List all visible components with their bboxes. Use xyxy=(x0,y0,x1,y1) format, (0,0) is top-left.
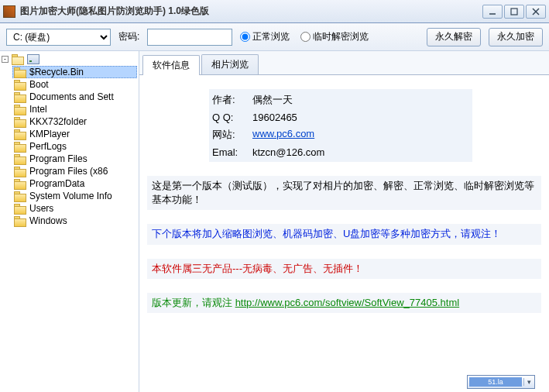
tree-item[interactable]: Users xyxy=(12,202,137,215)
tree-item[interactable]: KKX732folder xyxy=(12,115,137,128)
svg-rect-1 xyxy=(511,9,517,15)
tree-item-label: Program Files (x86 xyxy=(29,166,108,177)
paragraph-update-link: 版本更新，请观注 http://www.pc6.com/softview/Sof… xyxy=(147,293,541,313)
radio-temp-label: 临时解密浏览 xyxy=(313,30,369,43)
folder-tree[interactable]: - $Recycle.BinBootDocuments and SettInte… xyxy=(0,51,139,392)
folder-icon xyxy=(14,92,26,102)
tree-item-label: KKX732folder xyxy=(29,116,87,127)
encrypt-button[interactable]: 永久加密 xyxy=(489,28,543,46)
drive-icon xyxy=(27,54,39,64)
close-button[interactable] xyxy=(526,5,546,19)
tab-software-info[interactable]: 软件信息 xyxy=(142,55,200,75)
tree-item-label: ProgramData xyxy=(29,178,84,189)
toolbar: C: (硬盘) 密码: 正常浏览 临时解密浏览 永久解密 永久加密 xyxy=(0,23,549,51)
website-row: 网站: www.pc6.com xyxy=(212,126,469,144)
email-label: Emal: xyxy=(212,146,252,158)
decrypt-button[interactable]: 永久解密 xyxy=(427,28,481,46)
browse-mode-group: 正常浏览 临时解密浏览 xyxy=(240,30,369,43)
folder-icon xyxy=(14,216,26,226)
tree-item-label: Intel xyxy=(29,104,47,115)
tree-item-label: Documents and Sett xyxy=(29,91,114,102)
email-row: Emal: ktzcn@126.com xyxy=(212,144,469,160)
tree-item[interactable]: Program Files xyxy=(12,153,137,165)
email-value: ktzcn@126.com xyxy=(252,146,324,158)
tree-item[interactable]: Boot xyxy=(12,78,137,91)
expander-icon[interactable]: - xyxy=(2,56,9,63)
main-area: - $Recycle.BinBootDocuments and SettInte… xyxy=(0,51,549,392)
window-title: 图片加密大师(隐私图片防浏览助手) 1.0绿色版 xyxy=(20,5,482,18)
radio-temp-decrypt-browse[interactable]: 临时解密浏览 xyxy=(300,30,369,43)
app-icon xyxy=(3,5,15,18)
paragraph-next-version: 下个版本将加入缩略图浏览、机器码加密、U盘加密等多种加密方式，请观注！ xyxy=(147,224,541,244)
tree-children: $Recycle.BinBootDocuments and SettIntelK… xyxy=(12,66,137,227)
stats-widget-label: 51.la xyxy=(469,377,522,387)
tab-content: 作者: 偶然一天 Q Q: 19602465 网站: www.pc6.com E… xyxy=(139,75,549,392)
folder-icon xyxy=(14,117,26,127)
qq-label: Q Q: xyxy=(212,112,252,123)
radio-temp-input[interactable] xyxy=(300,32,311,42)
tree-item[interactable]: ProgramData xyxy=(12,177,137,190)
stats-widget[interactable]: 51.la ▾ xyxy=(467,375,535,389)
tree-item-label: PerfLogs xyxy=(29,141,67,152)
folder-icon xyxy=(14,179,26,189)
maximize-button[interactable] xyxy=(504,5,524,19)
tree-item[interactable]: Documents and Sett xyxy=(12,91,137,103)
author-info-block: 作者: 偶然一天 Q Q: 19602465 网站: www.pc6.com E… xyxy=(209,89,472,162)
tree-item[interactable]: Intel xyxy=(12,103,137,115)
tree-item-label: Windows xyxy=(29,215,67,226)
tree-item-label: $Recycle.Bin xyxy=(29,67,84,77)
tree-item[interactable]: PerfLogs xyxy=(12,140,137,153)
radio-normal-browse[interactable]: 正常浏览 xyxy=(240,30,290,43)
folder-icon xyxy=(14,191,26,201)
qq-value: 19602465 xyxy=(252,112,297,123)
tabs: 软件信息 相片浏览 xyxy=(139,51,549,75)
folder-icon xyxy=(14,105,26,115)
folder-icon xyxy=(14,80,26,90)
paragraph-clean-notice: 本软件属三无产品---无病毒、无广告、无插件！ xyxy=(147,259,541,279)
website-label: 网站: xyxy=(212,128,252,142)
tree-item-label: Users xyxy=(29,203,53,214)
stats-widget-arrow-icon: ▾ xyxy=(523,378,534,386)
minimize-button[interactable] xyxy=(482,5,503,19)
tree-item[interactable]: Windows xyxy=(12,215,137,227)
folder-icon xyxy=(14,142,26,152)
drive-select[interactable]: C: (硬盘) xyxy=(6,29,111,46)
content-panel: 软件信息 相片浏览 作者: 偶然一天 Q Q: 19602465 网站: www… xyxy=(139,51,549,392)
folder-icon xyxy=(14,154,26,164)
radio-normal-input[interactable] xyxy=(240,32,250,42)
tab-photo-browse[interactable]: 相片浏览 xyxy=(201,54,259,74)
tree-item[interactable]: KMPlayer xyxy=(12,128,137,140)
window-buttons xyxy=(482,5,546,19)
tree-item-label: Program Files xyxy=(29,153,87,164)
qq-row: Q Q: 19602465 xyxy=(212,109,469,126)
paragraph-version-intro: 这是第一个版本（测试版），实现了对相片的加密、解密、正常浏览、临时解密浏览等基本… xyxy=(147,176,541,210)
radio-normal-label: 正常浏览 xyxy=(252,30,290,43)
tree-item-label: KMPlayer xyxy=(29,129,70,139)
update-link[interactable]: http://www.pc6.com/softview/SoftView_774… xyxy=(235,297,460,308)
password-input[interactable] xyxy=(147,29,232,46)
tree-item[interactable]: Program Files (x86 xyxy=(12,165,137,177)
folder-icon xyxy=(14,129,26,139)
folder-open-icon xyxy=(12,54,24,64)
tree-item[interactable]: System Volume Info xyxy=(12,190,137,202)
tree-item-label: System Volume Info xyxy=(29,191,112,201)
tree-item[interactable]: $Recycle.Bin xyxy=(12,66,137,78)
author-row: 作者: 偶然一天 xyxy=(212,91,469,109)
titlebar: 图片加密大师(隐私图片防浏览助手) 1.0绿色版 xyxy=(0,0,549,23)
folder-icon xyxy=(14,67,26,77)
tree-item-label: Boot xyxy=(29,79,49,90)
update-prefix: 版本更新，请观注 xyxy=(152,297,235,308)
password-label: 密码: xyxy=(118,30,139,43)
author-value: 偶然一天 xyxy=(252,93,293,107)
website-link[interactable]: www.pc6.com xyxy=(252,128,314,142)
author-label: 作者: xyxy=(212,93,252,107)
tree-root[interactable]: - xyxy=(2,54,137,64)
folder-icon xyxy=(14,204,26,214)
folder-icon xyxy=(14,167,26,177)
